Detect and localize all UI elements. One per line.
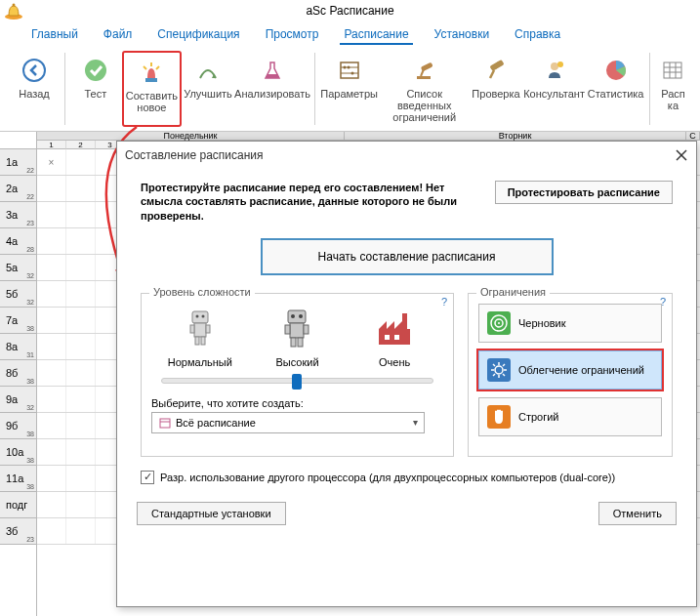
grid-cell[interactable] xyxy=(37,281,66,307)
grid-icon xyxy=(657,55,688,86)
improve-button[interactable]: Улучшить xyxy=(182,51,234,127)
constraint-relax-button[interactable]: Облегчение ограничений xyxy=(478,350,662,390)
svg-line-18 xyxy=(490,70,494,78)
grid-cell[interactable] xyxy=(66,176,96,201)
svg-line-6 xyxy=(144,66,146,69)
create-new-button[interactable]: Составить новое xyxy=(122,51,182,127)
row-header[interactable]: 11а38 xyxy=(0,466,36,492)
row-header[interactable]: 7а38 xyxy=(0,308,36,334)
app-title: aSc Расписание xyxy=(306,4,393,18)
checkbox[interactable]: ✓ xyxy=(141,471,154,484)
grid-cell[interactable] xyxy=(37,413,66,438)
grid-cell[interactable] xyxy=(66,360,96,386)
row-header[interactable]: 8б38 xyxy=(0,360,36,387)
svg-point-13 xyxy=(350,72,353,75)
grid-cell[interactable] xyxy=(37,176,66,201)
svg-rect-33 xyxy=(190,325,194,333)
day-header: Вторник xyxy=(345,132,686,141)
svg-rect-35 xyxy=(195,337,199,345)
row-header[interactable]: 5а32 xyxy=(0,255,36,281)
constraints-list-button[interactable]: Список введенных ограничений xyxy=(379,51,470,127)
grid-cell[interactable] xyxy=(66,334,96,359)
row-header[interactable]: 9а32 xyxy=(0,387,36,413)
row-header[interactable]: 3а23 xyxy=(0,202,36,228)
scope-select[interactable]: Всё расписание ▾ xyxy=(151,412,425,433)
day-headers: Понедельник Вторник С xyxy=(37,132,700,141)
row-header[interactable]: 4а28 xyxy=(0,228,36,255)
grid-cell[interactable] xyxy=(66,281,96,307)
svg-point-53 xyxy=(498,322,500,324)
standard-settings-button[interactable]: Стандартные установки xyxy=(137,502,286,525)
row-header[interactable]: 2а22 xyxy=(0,176,36,202)
consultant-button[interactable]: Консультант xyxy=(522,51,586,127)
constraint-strict-button[interactable]: Строгий xyxy=(478,397,662,436)
tab-view[interactable]: Просмотр xyxy=(262,25,323,45)
check-button[interactable]: Проверка xyxy=(470,51,522,127)
factory-icon xyxy=(371,304,418,350)
constraint-draft-button[interactable]: Черновик xyxy=(478,304,662,343)
grid-cell[interactable] xyxy=(66,387,96,412)
start-compose-button[interactable]: Начать составление расписания xyxy=(261,238,554,275)
parameters-button[interactable]: Параметры xyxy=(319,51,380,127)
grid-cell[interactable] xyxy=(37,334,66,359)
row-header[interactable]: 10а38 xyxy=(0,439,36,466)
hand-icon xyxy=(487,405,511,429)
tab-schedule[interactable]: Расписание xyxy=(340,25,412,45)
grid-cell[interactable] xyxy=(66,518,96,544)
row-header[interactable]: 5б32 xyxy=(0,281,36,308)
grid-cell[interactable] xyxy=(66,439,96,465)
help-icon[interactable]: ? xyxy=(441,296,447,308)
flask-icon xyxy=(257,55,288,86)
dualcore-checkbox-row[interactable]: ✓ Разр. использование другого процессора… xyxy=(141,471,673,484)
analyze-button[interactable]: Анализировать xyxy=(234,51,310,127)
row-header[interactable]: подг xyxy=(0,492,36,518)
row-header[interactable]: 3б23 xyxy=(0,518,36,545)
tab-settings[interactable]: Установки xyxy=(431,25,493,45)
cancel-button[interactable]: Отменить xyxy=(598,502,677,525)
grid-cell[interactable] xyxy=(37,308,66,333)
grid-cell[interactable] xyxy=(66,308,96,333)
tab-main[interactable]: Главный xyxy=(27,25,82,45)
grid-cell[interactable] xyxy=(37,466,66,491)
svg-line-16 xyxy=(421,69,424,76)
difficulty-normal-label: Нормальный xyxy=(151,356,249,368)
grid-cell[interactable] xyxy=(37,518,66,544)
grid-cell[interactable] xyxy=(37,255,66,280)
grid-cell[interactable] xyxy=(37,202,66,227)
gavel-icon xyxy=(409,55,440,86)
grid-cell[interactable] xyxy=(37,228,66,254)
grid-cell[interactable] xyxy=(66,492,96,517)
back-icon xyxy=(19,55,50,86)
grid-cell[interactable]: × xyxy=(37,149,66,175)
help-icon[interactable]: ? xyxy=(660,296,666,308)
row-header[interactable]: 1а22 xyxy=(0,149,36,176)
grid-cell[interactable] xyxy=(37,387,66,412)
close-button[interactable] xyxy=(671,145,692,165)
grid-cell[interactable] xyxy=(66,149,96,175)
grid-cell[interactable] xyxy=(37,492,66,517)
svg-rect-36 xyxy=(201,337,205,345)
row-header[interactable]: 8а31 xyxy=(0,334,36,360)
grid-cell[interactable] xyxy=(37,360,66,386)
target-icon xyxy=(487,311,511,335)
tab-spec[interactable]: Спецификация xyxy=(153,25,243,45)
grid-cell[interactable] xyxy=(37,439,66,465)
svg-rect-8 xyxy=(341,62,358,78)
robot-normal-icon xyxy=(177,304,224,350)
test-schedule-button[interactable]: Протестировать расписание xyxy=(495,181,673,204)
grid-cell[interactable] xyxy=(66,255,96,280)
tab-help[interactable]: Справка xyxy=(511,25,564,45)
grid-cell[interactable] xyxy=(66,228,96,254)
tab-file[interactable]: Файл xyxy=(100,25,137,45)
schedule-button[interactable]: Расп ка xyxy=(654,51,692,127)
grid-cell[interactable] xyxy=(66,202,96,227)
difficulty-slider[interactable] xyxy=(161,378,433,384)
grid-cell[interactable] xyxy=(66,466,96,491)
test-button[interactable]: Тест xyxy=(69,51,122,127)
back-button[interactable]: Назад xyxy=(8,51,61,127)
difficulty-fieldset: Уровень сложности ? Нормальный Высокий О… xyxy=(141,293,454,457)
row-header[interactable]: 9б38 xyxy=(0,413,36,439)
slider-thumb[interactable] xyxy=(292,374,302,390)
grid-cell[interactable] xyxy=(66,413,96,438)
statistics-button[interactable]: Статистика xyxy=(586,51,645,127)
